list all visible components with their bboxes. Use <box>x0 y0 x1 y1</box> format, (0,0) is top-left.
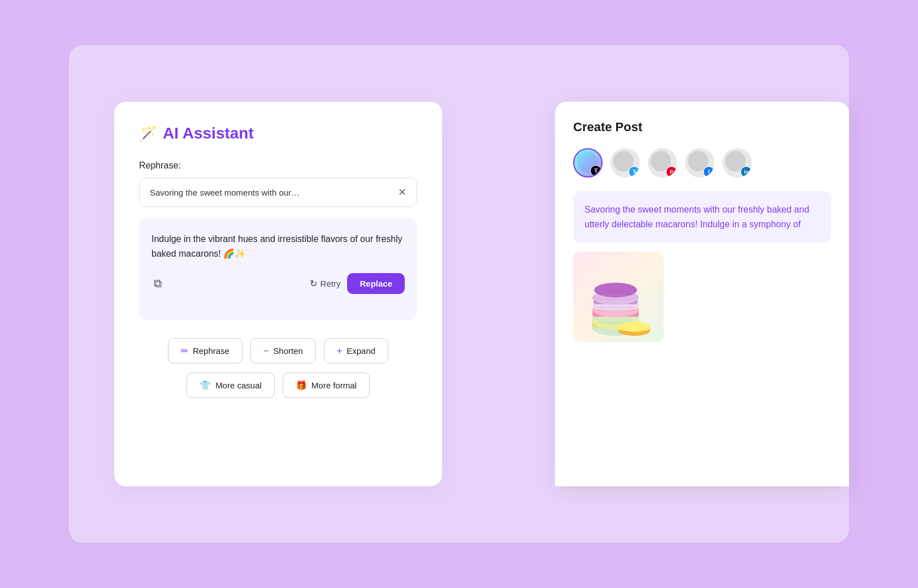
threads-badge: 𝕋 <box>590 165 601 176</box>
action-buttons-row2: 👕 More casual 🎁 More formal <box>139 373 417 398</box>
input-pill-text: Savoring the sweet moments with our… <box>150 188 392 197</box>
expand-icon: + <box>337 346 342 356</box>
ai-assistant-card: 🪄 AI Assistant Rephrase: Savoring the sw… <box>114 102 442 486</box>
result-box: Indulge in the vibrant hues and irresist… <box>139 218 417 320</box>
replace-button[interactable]: Replace <box>347 273 405 294</box>
input-pill: Savoring the sweet moments with our… ✕ <box>139 178 417 207</box>
copy-button[interactable]: ⧉ <box>151 275 164 292</box>
create-post-title: Create Post <box>573 120 831 135</box>
expand-button[interactable]: + Expand <box>324 338 388 364</box>
social-icons-row: 𝕋 𝕏 P f in <box>573 148 831 178</box>
rephrase-icon: ✏ <box>181 345 188 356</box>
post-text-area: Savoring the sweet moments with our fres… <box>573 191 831 243</box>
create-post-panel: Create Post 𝕋 𝕏 P f <box>555 102 849 486</box>
pinterest-badge: P <box>666 166 677 178</box>
more-casual-label: More casual <box>215 381 262 390</box>
rephrase-button[interactable]: ✏ Rephrase <box>168 338 243 364</box>
shorten-button[interactable]: − Shorten <box>250 338 316 364</box>
social-avatar-threads[interactable]: 𝕋 <box>573 148 603 178</box>
background-wrapper: 🪄 AI Assistant Rephrase: Savoring the sw… <box>69 45 849 543</box>
linkedin-badge: in <box>741 166 752 178</box>
ai-header: 🪄 AI Assistant <box>139 124 417 142</box>
shorten-icon: − <box>263 346 269 356</box>
social-avatar-twitter[interactable]: 𝕏 <box>610 148 640 178</box>
more-formal-button[interactable]: 🎁 More formal <box>283 373 370 398</box>
social-avatar-linkedin[interactable]: in <box>722 148 752 178</box>
retry-icon: ↻ <box>310 278 317 289</box>
result-text: Indulge in the vibrant hues and irresist… <box>151 232 405 262</box>
post-text: Savoring the sweet moments with our fres… <box>584 202 820 231</box>
result-right-buttons: ↻ Retry Replace <box>310 273 405 294</box>
action-buttons-row1: ✏ Rephrase − Shorten + Expand <box>139 338 417 364</box>
shorten-label: Shorten <box>273 346 303 356</box>
more-casual-button[interactable]: 👕 More casual <box>187 373 275 398</box>
expand-label: Expand <box>347 346 375 356</box>
casual-icon: 👕 <box>200 380 211 391</box>
wand-icon: 🪄 <box>139 125 157 142</box>
ai-title: AI Assistant <box>163 124 254 142</box>
social-avatar-facebook[interactable]: f <box>685 148 715 178</box>
macaron-image <box>573 252 664 342</box>
macaron-svg <box>579 254 658 339</box>
more-formal-label: More formal <box>311 381 357 390</box>
svg-point-17 <box>618 322 650 332</box>
result-actions: ⧉ ↻ Retry Replace <box>151 273 405 294</box>
facebook-badge: f <box>703 166 715 178</box>
retry-button[interactable]: ↻ Retry <box>310 278 341 289</box>
social-avatar-pinterest[interactable]: P <box>648 148 677 178</box>
rephrase-label-btn: Rephrase <box>193 346 229 356</box>
retry-label: Retry <box>321 279 341 288</box>
close-icon[interactable]: ✕ <box>398 186 406 198</box>
rephrase-label: Rephrase: <box>139 161 417 171</box>
formal-icon: 🎁 <box>296 380 307 391</box>
twitter-badge: 𝕏 <box>629 166 640 178</box>
